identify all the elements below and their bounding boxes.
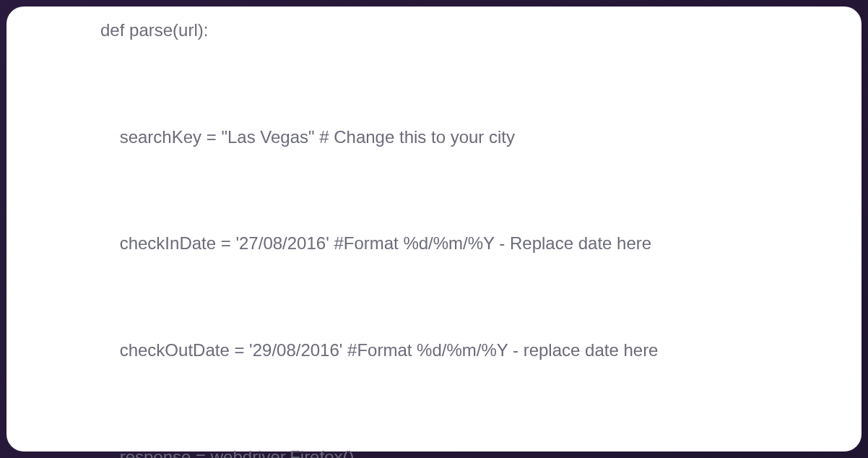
code-line-2: searchKey = "Las Vegas" # Change this to… [100,119,658,155]
code-card: def parse(url): searchKey = "Las Vegas" … [6,7,862,451]
code-line-3: checkInDate = '27/08/2016' #Format %d/%m… [100,225,658,261]
code-line-5: response = webdriver.Firefox() [100,439,658,458]
code-line-1: def parse(url): [100,12,658,48]
code-line-4: checkOutDate = '29/08/2016' #Format %d/%… [100,332,658,368]
code-content: def parse(url): searchKey = "Las Vegas" … [100,79,658,379]
code-block: def parse(url): searchKey = "Las Vegas" … [100,0,658,458]
